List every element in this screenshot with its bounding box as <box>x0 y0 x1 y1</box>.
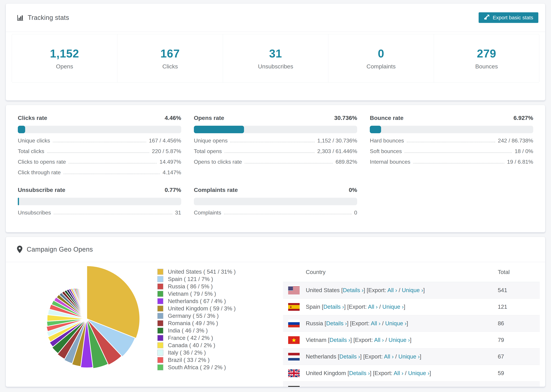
rate-row-label: Total clicks <box>18 148 44 154</box>
map-pin-icon <box>17 245 23 253</box>
export-all-link[interactable]: All › <box>377 386 387 387</box>
flag-nl-icon <box>288 353 300 361</box>
geo-row-united-states: United States [Details ›] [Export: All ›… <box>283 282 540 299</box>
legend-swatch <box>157 283 163 290</box>
rate-title: Unsubscribe rate <box>18 187 65 193</box>
export-unique-link[interactable]: Unique › <box>389 337 410 343</box>
legend-swatch <box>157 357 163 363</box>
dotted-leader <box>225 152 315 153</box>
export-all-link[interactable]: All › <box>371 320 381 327</box>
export-unique-link[interactable]: Unique › <box>398 353 420 360</box>
dotted-leader <box>230 142 315 142</box>
export-all-link[interactable]: All › <box>368 304 378 310</box>
legend-item-south-africa: South Africa ( 29 / 2% ) <box>157 364 236 371</box>
rate-row-unsubscribes: Unsubscribes 31 <box>18 210 181 216</box>
legend-label: Vietnam ( 79 / 5% ) <box>168 291 216 297</box>
rate-row-total-clicks: Total clicks 220 / 5.87% <box>18 148 181 154</box>
export-unique-link[interactable]: Unique › <box>391 386 413 387</box>
dotted-leader <box>47 152 149 153</box>
export-unique-link[interactable]: Unique › <box>385 320 407 327</box>
export-all-link[interactable]: All › <box>394 370 403 376</box>
flag-de-icon <box>288 386 300 387</box>
rates-card: Clicks rate 4.46% Unique clicks 167 / 4.… <box>6 105 545 232</box>
legend-label: India ( 46 / 3% ) <box>168 327 208 334</box>
legend-label: Spain ( 121 / 7% ) <box>168 276 213 282</box>
geo-row-russia: Russia [Details ›] [Export: All › / Uniq… <box>283 315 540 332</box>
details-link[interactable]: Details › <box>339 353 360 360</box>
country-total: 79 <box>498 337 540 343</box>
export-basic-stats-button[interactable]: Export basic stats <box>479 12 538 23</box>
legend-swatch <box>157 276 163 282</box>
stat-label: Unsubscribes <box>258 63 293 70</box>
legend-swatch <box>157 364 163 371</box>
export-all-link[interactable]: All › <box>384 353 394 360</box>
rate-progress-track <box>194 126 357 133</box>
country-name: Germany <box>306 386 329 387</box>
rate-section-unsubscribe-rate: Unsubscribe rate 0.77% Unsubscribes 31 <box>18 187 181 216</box>
rate-value: 0% <box>349 187 357 193</box>
legend-swatch <box>157 320 163 326</box>
flag-es-icon <box>288 303 300 311</box>
details-link[interactable]: Details › <box>343 287 363 293</box>
geo-table-header: Country Total <box>283 262 540 282</box>
stat-value: 1,152 <box>50 47 79 60</box>
details-link[interactable]: Details › <box>330 337 350 343</box>
export-all-link[interactable]: All › <box>387 287 397 293</box>
legend-item-canada: Canada ( 40 / 2% ) <box>157 342 236 349</box>
legend-item-brazil: Brazil ( 33 / 2% ) <box>157 356 236 364</box>
export-unique-link[interactable]: Unique › <box>382 304 404 310</box>
details-link[interactable]: Details › <box>332 386 353 387</box>
geo-opens-pie-chart <box>32 264 141 373</box>
stats-wrap: 1,152 Opens 167 Clicks 31 Unsubscribes 0… <box>6 32 545 100</box>
rate-progress-track <box>18 126 181 133</box>
rate-row-clicks-to-opens-rate: Clicks to opens rate 14.497% <box>18 159 181 165</box>
stat-value: 31 <box>269 47 282 60</box>
country-total: 121 <box>498 304 540 310</box>
details-link[interactable]: Details › <box>323 304 344 310</box>
export-unique-link[interactable]: Unique › <box>402 287 423 293</box>
dotted-leader <box>224 214 352 214</box>
country-name: United States <box>306 287 340 293</box>
stat-label: Clicks <box>162 63 178 70</box>
rate-row-value: 14.497% <box>160 159 181 165</box>
legend-item-romania: Romania ( 49 / 3% ) <box>157 320 236 327</box>
details-link[interactable]: Details › <box>326 320 347 327</box>
rate-row-value: 18 / 0% <box>515 148 533 154</box>
dotted-leader <box>53 142 146 142</box>
legend-swatch <box>157 342 163 348</box>
column-header-country: Country <box>306 269 326 275</box>
export-unique-link[interactable]: Unique › <box>408 370 430 376</box>
dotted-leader <box>413 163 504 163</box>
rate-row-value: 2,303 / 61.446% <box>317 148 357 154</box>
rate-row-total-opens: Total opens 2,303 / 61.446% <box>194 148 357 154</box>
legend-swatch <box>157 313 163 319</box>
bar-chart-icon <box>17 14 24 21</box>
legend-item-germany: Germany ( 55 / 3% ) <box>157 312 236 320</box>
export-button-label: Export basic stats <box>493 15 533 21</box>
legend-swatch <box>157 335 163 341</box>
campaign-geo-opens-card: Campaign Geo Opens United States ( 541 /… <box>6 237 545 387</box>
legend-label: Germany ( 55 / 3% ) <box>168 313 219 319</box>
rate-row-value: 167 / 4.456% <box>149 138 181 144</box>
rates-grid: Clicks rate 4.46% Unique clicks 167 / 4.… <box>18 115 533 216</box>
details-link[interactable]: Details › <box>349 370 370 376</box>
rate-row-label: Unsubscribes <box>18 210 51 216</box>
flag-ru-icon <box>288 320 300 327</box>
geo-row-vietnam: Vietnam [Details ›] [Export: All › / Uni… <box>283 332 540 348</box>
dotted-leader <box>404 152 512 153</box>
geo-header: Campaign Geo Opens <box>6 237 545 262</box>
rate-row-opens-to-clicks-rate: Opens to clicks rate 689.82% <box>194 159 357 165</box>
dotted-leader <box>245 163 333 163</box>
rate-row-click-through-rate: Click through rate 4.147% <box>18 169 181 176</box>
country-name: Netherlands <box>306 353 336 360</box>
export-all-link[interactable]: All › <box>374 337 384 343</box>
legend-label: Romania ( 49 / 3% ) <box>168 320 218 327</box>
geo-row-netherlands: Netherlands [Details ›] [Export: All › /… <box>283 348 540 365</box>
country-name: Russia <box>306 320 323 327</box>
rate-title: Opens rate <box>194 115 224 121</box>
rate-row-value: 1,152 / 30.736% <box>317 138 357 144</box>
rate-row-label: Internal bounces <box>370 159 410 165</box>
rate-row-label: Soft bounces <box>370 148 402 154</box>
legend-swatch <box>157 350 163 356</box>
rate-progress-fill <box>370 126 381 133</box>
